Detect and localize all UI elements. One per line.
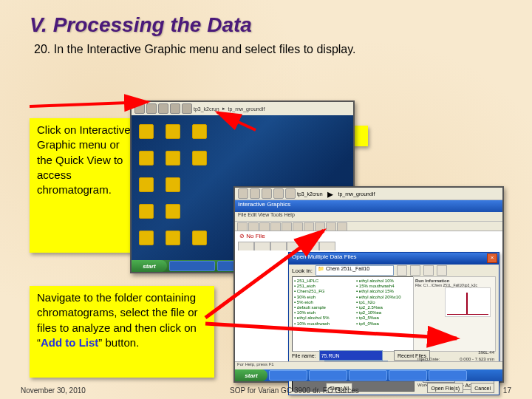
toolbar-text: tp_mw_groundif (338, 191, 375, 197)
file-item: ▪ ethyl alcohol 20%x10 (356, 295, 415, 300)
callout-bottom: Navigate to the folder containing chroma… (30, 286, 214, 378)
toolbar-text: tp3_k2crun (297, 191, 323, 197)
desktop-icon (166, 124, 180, 139)
lookin-label: Look in: (292, 267, 313, 274)
desktop-icon (166, 231, 180, 245)
dialog-titlebar: Open Multiple Data Files × (289, 253, 499, 265)
file-item: ▪ 15% mouthwash4 (356, 284, 415, 289)
file-item: ▪ 5% etoh (294, 300, 353, 305)
no-file-label: ⊘ No File (239, 233, 265, 239)
file-item: ▪ 10% mouthwash (294, 321, 353, 327)
start-button: start (132, 260, 167, 272)
run-information-panel: Run Information File: C:\...\Chem 251L_F… (413, 276, 496, 352)
toolbar-icon (238, 188, 248, 199)
ig-statusbar: For Help, press F1 (235, 361, 502, 369)
ig-tabs (238, 242, 335, 250)
file-item: ▪ tp4_0%ea (356, 321, 415, 327)
start-button: start (235, 369, 267, 381)
callout-bottom-bold: Add to List (41, 336, 98, 349)
desktop-icon (139, 177, 154, 192)
filename-label: File name: (292, 353, 316, 358)
desktop-toolbar: tp3_k2crun ▸ tp_mw_groundif (132, 102, 353, 115)
toolbar-icon (158, 103, 168, 114)
file-list: ▪ 251_HPLC▪ 251_etoh▪ Chem251_FG▪ 30% et… (292, 276, 417, 352)
lookin-dropdown: 📁 Chem 251L_Fall10 (316, 265, 394, 276)
taskbar-item (429, 370, 467, 381)
ig-taskbar: start (235, 369, 502, 381)
file-item: ▪ 10% etoh (294, 310, 353, 316)
desktop-icon (139, 124, 154, 139)
file-item: ▪ tp3_5%ea (356, 316, 415, 321)
desktop-icon (139, 151, 154, 166)
nav-newfolder-icon (423, 265, 434, 276)
desktop-icon (166, 177, 180, 192)
desktop-icon (166, 151, 180, 166)
nav-back-icon (397, 265, 407, 276)
callout-bottom-suffix: ” button. (98, 336, 139, 349)
filename-row: File name: (292, 350, 383, 361)
page-title: V. Processing the Data (0, 0, 532, 40)
toolbar-text: tp_mw_groundif (228, 106, 265, 112)
desktop-icon (192, 231, 207, 245)
taskbar-item (169, 261, 215, 271)
desktop-icon (139, 204, 154, 219)
callout-left: Click on Interactive Graphic menu or the… (30, 118, 139, 253)
desktop-icon (192, 151, 207, 166)
quick-view-icon (182, 103, 192, 114)
desktop-icon (166, 204, 180, 219)
ig-titlebar: Interactive Graphics (235, 200, 502, 212)
lookin-row: Look in: 📁 Chem 251L_Fall10 (289, 265, 499, 276)
file-item: ▪ tp2_2.5%ea (356, 305, 415, 310)
nav-view-icon (437, 265, 447, 276)
footer-date: November 30, 2010 (21, 386, 86, 395)
taskbar-item (389, 370, 427, 381)
taskbar-item (349, 370, 387, 381)
ig-menubar: File Edit View Tools Help (235, 212, 502, 222)
file-item: ▪ tp2_10%ea (356, 310, 415, 316)
metadata-row: 396L.44 (417, 350, 494, 356)
file-item: ▪ default sample (294, 305, 353, 310)
file-item: ▪ tp1_h2o (356, 300, 415, 305)
step-text: 20. In the Interactive Graphic menu and … (34, 43, 502, 56)
taskbar-item (309, 370, 347, 381)
file-item: ▪ Chem251_FG (294, 289, 353, 294)
toolbar-icon (170, 103, 180, 114)
file-item: ▪ 251_etoh (294, 284, 353, 289)
desktop-icon (192, 124, 207, 139)
ig-body: ⊘ No File Open Multiple Data Files × Loo… (235, 231, 502, 369)
file-item: ▪ 30% etoh (294, 295, 353, 300)
file-item: ▪ ethyl alcohol 10% (356, 279, 415, 284)
footer-page: 17 (503, 386, 511, 395)
ig-outer-toolbar: tp3_k2crun ▸ tp_mw_groundif (235, 188, 502, 200)
screenshot-interactive-graphics: tp3_k2crun ▸ tp_mw_groundif Interactive … (233, 186, 504, 383)
file-item: ▪ ethyl alcohol 5% (294, 316, 353, 321)
toolbar-icon (285, 188, 296, 199)
toolbar-icon (262, 188, 272, 199)
desktop-icon (139, 231, 154, 245)
toolbar-text: tp3_k2crun (194, 106, 219, 112)
nav-up-icon (410, 265, 420, 276)
toolbar-icon (146, 103, 157, 114)
file-item: ▪ 251_HPLC (294, 279, 353, 284)
footer: November 30, 2010 SOP for Varian GC 3900… (0, 386, 532, 395)
filename-input (319, 350, 383, 361)
taskbar-item (269, 370, 307, 381)
toolbar-icon (134, 103, 145, 114)
toolbar-icon (250, 188, 260, 199)
close-icon: × (487, 253, 497, 263)
file-item: ▪ ethyl alcohol 15% (356, 289, 415, 294)
toolbar-icon (273, 188, 284, 199)
chromatogram-preview (445, 287, 491, 317)
footer-center: SOP for Varian GC 3900 dr. FO Garces (230, 386, 359, 395)
